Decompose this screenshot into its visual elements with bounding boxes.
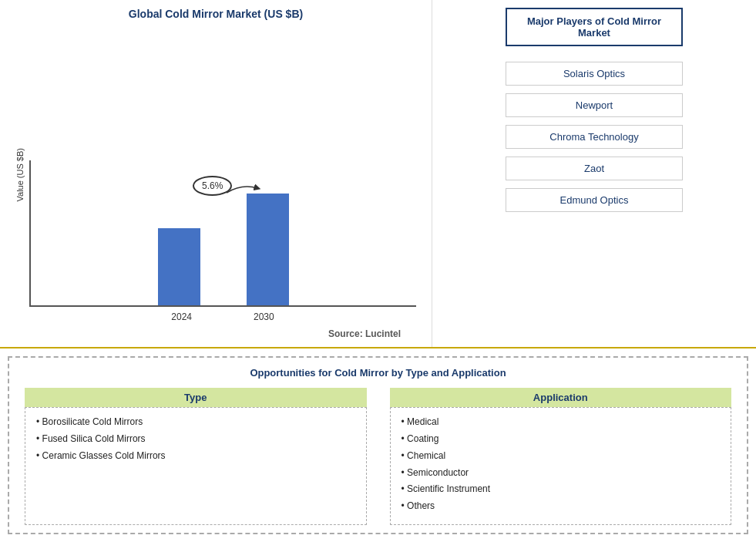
arrow-svg xyxy=(227,182,261,197)
players-section: Major Players of Cold Mirror Market Sola… xyxy=(432,0,756,347)
players-title: Major Players of Cold Mirror Market xyxy=(506,8,683,46)
bar-group-2024 xyxy=(158,228,200,305)
arrow-annotation: 5.6% xyxy=(193,176,232,196)
player-solaris: Solaris Optics xyxy=(506,62,683,86)
chart-inner: 5.6% xyxy=(29,145,416,322)
application-header: Application xyxy=(390,388,732,407)
type-block: Type Borosilicate Cold Mirrors Fused Sil… xyxy=(25,388,367,525)
type-list: Borosilicate Cold Mirrors Fused Silica C… xyxy=(25,407,367,525)
app-item-1: Coating xyxy=(402,433,721,446)
player-zaot: Zaot xyxy=(506,157,683,180)
source-label: Source: Lucintel xyxy=(15,328,416,339)
app-item-4: Scientific Instrument xyxy=(402,483,721,496)
type-item-1: Fused Silica Cold Mirrors xyxy=(36,433,355,446)
chart-area: Value (US $B) 5.6% xyxy=(15,28,416,322)
app-item-0: Medical xyxy=(402,416,721,429)
bar-group-2030 xyxy=(247,194,289,305)
type-header: Type xyxy=(25,388,367,407)
bars-container: 5.6% xyxy=(29,160,416,307)
application-list: Medical Coating Chemical Semiconductor S… xyxy=(390,407,732,525)
app-item-2: Chemical xyxy=(402,449,721,463)
app-item-5: Others xyxy=(402,500,721,513)
type-item-2: Ceramic Glasses Cold Mirrors xyxy=(36,449,355,463)
player-newport: Newport xyxy=(506,93,683,117)
x-label-2024: 2024 xyxy=(171,311,192,322)
y-axis-label: Value (US $B) xyxy=(15,148,25,202)
bar-2030 xyxy=(247,194,289,305)
player-chroma: Chroma Technology xyxy=(506,125,683,149)
bar-2024 xyxy=(158,228,200,305)
player-edmund: Edmund Optics xyxy=(506,188,683,212)
opportunities-section: Opportunities for Cold Mirror by Type an… xyxy=(8,356,748,534)
chart-title: Global Cold Mirror Market (US $B) xyxy=(129,8,303,20)
chart-section: Global Cold Mirror Market (US $B) Value … xyxy=(0,0,432,347)
x-label-2030: 2030 xyxy=(254,311,274,322)
type-item-0: Borosilicate Cold Mirrors xyxy=(36,416,355,429)
opportunities-title: Opportunities for Cold Mirror by Type an… xyxy=(25,367,731,379)
opportunities-content: Type Borosilicate Cold Mirrors Fused Sil… xyxy=(25,388,731,525)
application-block: Application Medical Coating Chemical Sem… xyxy=(390,388,732,525)
app-item-3: Semiconductor xyxy=(402,466,721,480)
